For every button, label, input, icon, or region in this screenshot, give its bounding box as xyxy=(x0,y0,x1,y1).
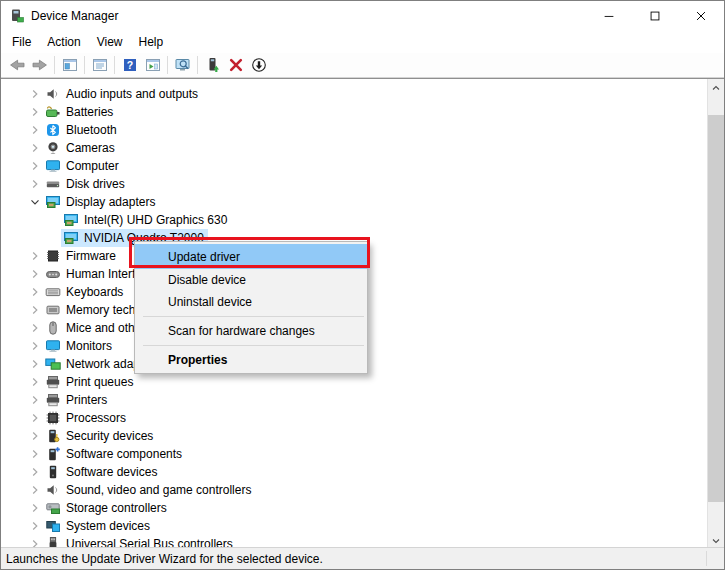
uninstall-device-button[interactable] xyxy=(224,54,247,76)
chevron-right-icon[interactable] xyxy=(27,248,43,264)
tree-item-label: Cameras xyxy=(65,141,115,155)
chevron-right-icon[interactable] xyxy=(27,428,43,444)
chevron-right-icon[interactable] xyxy=(27,158,43,174)
menu-separator xyxy=(143,345,364,346)
menu-separator xyxy=(143,316,364,317)
monitor-search-icon xyxy=(175,57,191,73)
vertical-scrollbar[interactable] xyxy=(707,79,724,549)
back-button[interactable] xyxy=(5,54,28,76)
minimize-button[interactable] xyxy=(586,1,632,31)
update-driver-button[interactable] xyxy=(201,54,224,76)
tree-item-storage-controllers[interactable]: Storage controllers xyxy=(1,499,724,517)
menu-item-update-driver[interactable]: Update driver xyxy=(135,244,367,269)
software-component-icon xyxy=(45,446,61,462)
chevron-down-icon[interactable] xyxy=(27,194,43,210)
chevron-right-icon[interactable] xyxy=(27,518,43,534)
chevron-down-icon xyxy=(710,535,722,547)
tree-item-system-devices[interactable]: System devices xyxy=(1,517,724,535)
disk-icon xyxy=(45,176,61,192)
mouse-icon xyxy=(45,320,61,336)
action-pane-button[interactable] xyxy=(141,54,164,76)
tree-item-printers[interactable]: Printers xyxy=(1,391,724,409)
chevron-right-icon[interactable] xyxy=(27,104,43,120)
arrow-left-icon xyxy=(9,57,25,73)
menu-help[interactable]: Help xyxy=(131,33,172,51)
chevron-right-icon[interactable] xyxy=(27,266,43,282)
tree-item-label: Computer xyxy=(65,159,119,173)
scrollbar-thumb[interactable] xyxy=(708,115,724,502)
menu-view[interactable]: View xyxy=(89,33,131,51)
devices-view-button[interactable] xyxy=(171,54,194,76)
tree-item-security-devices[interactable]: Security devices xyxy=(1,427,724,445)
keyboard-icon xyxy=(45,284,61,300)
tree-item-intel-r-uhd-graphics-630[interactable]: Intel(R) UHD Graphics 630 xyxy=(1,211,724,229)
close-button[interactable] xyxy=(678,1,724,31)
menu-bar: File Action View Help xyxy=(1,31,724,53)
chevron-right-icon[interactable] xyxy=(27,320,43,336)
scroll-up-button[interactable] xyxy=(708,79,724,96)
help-icon: ? xyxy=(122,57,138,73)
chevron-right-icon[interactable] xyxy=(27,302,43,318)
show-console-tree-button[interactable] xyxy=(58,54,81,76)
chevron-right-icon[interactable] xyxy=(27,356,43,372)
chevron-right-icon[interactable] xyxy=(27,284,43,300)
tree-item-label: System devices xyxy=(65,519,150,533)
display-adapter-icon xyxy=(63,230,79,246)
tree-item-label: Printers xyxy=(65,393,107,407)
tree-item-label: Security devices xyxy=(65,429,153,443)
context-menu: Update driver Disable device Uninstall d… xyxy=(134,241,368,374)
forward-button[interactable] xyxy=(28,54,51,76)
properties-button[interactable] xyxy=(88,54,111,76)
chevron-right-icon[interactable] xyxy=(27,392,43,408)
chevron-right-icon[interactable] xyxy=(27,482,43,498)
device-manager-app-icon xyxy=(9,8,25,24)
tree-item-audio-inputs-and-outputs[interactable]: Audio inputs and outputs xyxy=(1,85,724,103)
network-icon xyxy=(45,356,61,372)
chevron-right-icon[interactable] xyxy=(27,176,43,192)
bluetooth-icon xyxy=(45,122,61,138)
chevron-right-icon[interactable] xyxy=(27,464,43,480)
status-bar-divider xyxy=(706,551,707,566)
chevron-right-icon[interactable] xyxy=(27,374,43,390)
chevron-right-icon[interactable] xyxy=(27,338,43,354)
tree-item-processors[interactable]: Processors xyxy=(1,409,724,427)
uninstall-icon xyxy=(228,57,244,73)
device-manager-window: Device Manager File Action View Help ? A… xyxy=(0,0,725,570)
chevron-right-icon[interactable] xyxy=(27,500,43,516)
speaker-icon xyxy=(45,86,61,102)
menu-item-disable-device[interactable]: Disable device xyxy=(135,269,367,291)
tree-item-label: Firmware xyxy=(65,249,116,263)
chevron-right-icon[interactable] xyxy=(27,410,43,426)
tree-item-disk-drives[interactable]: Disk drives xyxy=(1,175,724,193)
tree-item-display-adapters[interactable]: Display adapters xyxy=(1,193,724,211)
tree-item-label: Sound, video and game controllers xyxy=(65,483,251,497)
chevron-up-icon xyxy=(710,82,722,94)
menu-item-properties[interactable]: Properties xyxy=(135,349,367,371)
menu-item-scan-for-hardware-changes[interactable]: Scan for hardware changes xyxy=(135,320,367,342)
tree-item-bluetooth[interactable]: Bluetooth xyxy=(1,121,724,139)
maximize-button[interactable] xyxy=(632,1,678,31)
menu-file[interactable]: File xyxy=(4,33,39,51)
tree-item-print-queues[interactable]: Print queues xyxy=(1,373,724,391)
chevron-right-icon[interactable] xyxy=(27,446,43,462)
tree-item-sound-video-and-game-controllers[interactable]: Sound, video and game controllers xyxy=(1,481,724,499)
chevron-right-icon[interactable] xyxy=(27,86,43,102)
storage-icon xyxy=(45,500,61,516)
minimize-icon xyxy=(602,9,616,23)
menu-item-uninstall-device[interactable]: Uninstall device xyxy=(135,291,367,313)
tree-item-software-components[interactable]: Software components xyxy=(1,445,724,463)
tree-item-batteries[interactable]: Batteries xyxy=(1,103,724,121)
tree-item-software-devices[interactable]: Software devices xyxy=(1,463,724,481)
tree-item-label: Processors xyxy=(65,411,126,425)
tree-item-cameras[interactable]: Cameras xyxy=(1,139,724,157)
menu-action[interactable]: Action xyxy=(39,33,88,51)
tree-item-label: Batteries xyxy=(65,105,113,119)
scan-hardware-changes-button[interactable] xyxy=(247,54,270,76)
properties-window-icon xyxy=(92,57,108,73)
help-button[interactable]: ? xyxy=(118,54,141,76)
chevron-right-icon[interactable] xyxy=(27,140,43,156)
toolbar-separator xyxy=(84,56,85,74)
chevron-right-icon[interactable] xyxy=(27,122,43,138)
display-adapter-icon xyxy=(45,194,61,210)
tree-item-computer[interactable]: Computer xyxy=(1,157,724,175)
